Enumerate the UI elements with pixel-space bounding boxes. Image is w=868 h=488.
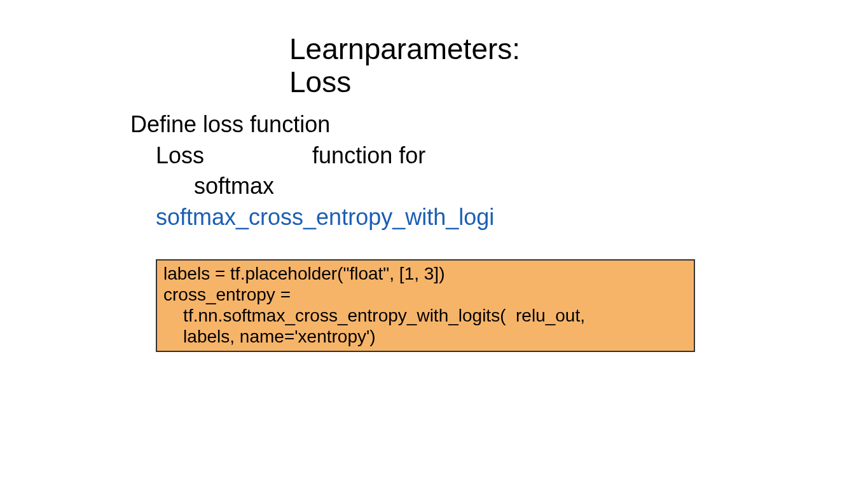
softmax-link[interactable]: softmax_cross_entropy_with_logi <box>130 202 494 233</box>
code-line-2: cross_entropy = <box>163 284 687 305</box>
slide-title: Learnparameters: Loss <box>289 33 520 98</box>
loss-for-line: Loss function for <box>130 140 494 172</box>
title-line-2: Loss <box>289 66 520 99</box>
define-line: Define loss function <box>130 109 494 140</box>
code-line-4: labels, name='xentropy') <box>163 326 687 347</box>
title-line-1: Learnparameters: <box>289 33 520 66</box>
softmax-line: softmax <box>130 171 494 202</box>
code-line-1: labels = tf.placeholder("float", [1, 3]) <box>163 263 687 284</box>
code-box: labels = tf.placeholder("float", [1, 3])… <box>156 259 695 352</box>
body-text: Define loss function Loss function for s… <box>130 109 494 233</box>
slide: Learnparameters: Loss Define loss functi… <box>0 0 868 488</box>
code-line-3: tf.nn.softmax_cross_entropy_with_logits(… <box>163 305 687 326</box>
